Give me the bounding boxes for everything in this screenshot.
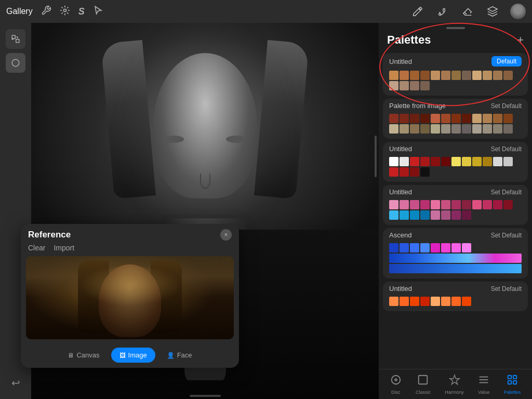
reference-close-button[interactable]: ×: [220, 229, 232, 241]
layers-tool[interactable]: [485, 4, 500, 19]
color-swatch[interactable]: [493, 124, 502, 134]
palette-set-default-3[interactable]: Set Default: [491, 189, 522, 196]
color-swatch[interactable]: [493, 157, 502, 166]
color-swatch[interactable]: [410, 297, 419, 306]
color-swatch[interactable]: [462, 243, 471, 252]
nav-disc[interactable]: Disc: [386, 372, 406, 397]
color-swatch[interactable]: [420, 124, 430, 134]
color-swatch[interactable]: [400, 157, 409, 166]
color-swatch[interactable]: [441, 200, 450, 209]
color-swatch[interactable]: [400, 200, 409, 209]
color-swatch[interactable]: [410, 167, 419, 177]
palette-set-default-4[interactable]: Set Default: [491, 285, 522, 292]
color-swatch[interactable]: [503, 200, 513, 209]
color-swatch[interactable]: [420, 167, 430, 177]
color-swatch[interactable]: [389, 243, 398, 252]
color-swatch[interactable]: [472, 124, 482, 134]
palette-set-default-from-image[interactable]: Set Default: [491, 102, 522, 110]
nav-palettes[interactable]: Palettes: [500, 372, 525, 397]
color-swatch[interactable]: [483, 124, 492, 134]
color-swatch[interactable]: [389, 167, 398, 177]
transform-button[interactable]: [6, 29, 25, 49]
color-swatch[interactable]: [503, 114, 513, 123]
color-swatch[interactable]: [503, 124, 513, 134]
color-swatch[interactable]: [420, 200, 430, 209]
color-swatch[interactable]: [410, 124, 419, 134]
color-swatch[interactable]: [389, 200, 398, 209]
color-swatch[interactable]: [462, 157, 471, 166]
color-swatch[interactable]: [462, 297, 471, 306]
color-swatch[interactable]: [431, 124, 440, 134]
tab-image[interactable]: 🖼 Image: [111, 348, 155, 363]
wrench-icon[interactable]: [41, 5, 51, 18]
color-swatch[interactable]: [483, 71, 492, 80]
color-swatch[interactable]: [441, 210, 450, 220]
color-swatch[interactable]: [420, 114, 430, 123]
color-swatch[interactable]: [462, 210, 471, 220]
drag-handle[interactable]: [379, 23, 532, 31]
color-swatch[interactable]: [503, 71, 513, 80]
color-swatch[interactable]: [400, 71, 409, 80]
adjust-icon[interactable]: [60, 5, 70, 18]
color-swatch[interactable]: [389, 71, 398, 80]
tab-canvas[interactable]: 🖥 Canvas: [59, 348, 108, 363]
color-swatch[interactable]: [420, 71, 430, 80]
palettes-add-button[interactable]: +: [517, 34, 524, 46]
undo-button[interactable]: ↩: [6, 373, 25, 393]
avatar[interactable]: [510, 4, 526, 19]
color-swatch[interactable]: [462, 124, 471, 134]
color-swatch[interactable]: [472, 71, 482, 80]
color-swatch[interactable]: [400, 243, 409, 252]
color-swatch[interactable]: [431, 157, 440, 166]
color-swatch[interactable]: [441, 157, 450, 166]
color-swatch[interactable]: [451, 297, 461, 306]
color-swatch[interactable]: [389, 81, 398, 90]
color-swatch[interactable]: [410, 81, 419, 90]
smear-tool[interactable]: [435, 4, 450, 19]
color-swatch[interactable]: [441, 243, 450, 252]
color-swatch[interactable]: [451, 200, 461, 209]
eraser-tool[interactable]: [460, 4, 475, 19]
color-swatch[interactable]: [431, 71, 440, 80]
color-swatch[interactable]: [389, 114, 398, 123]
nav-value[interactable]: Value: [474, 372, 494, 397]
color-swatch[interactable]: [400, 81, 409, 90]
color-swatch[interactable]: [400, 297, 409, 306]
color-swatch[interactable]: [472, 157, 482, 166]
reference-clear-button[interactable]: Clear: [28, 244, 45, 252]
color-swatch[interactable]: [472, 114, 482, 123]
gradient-swatch[interactable]: [389, 254, 522, 263]
color-swatch[interactable]: [462, 71, 471, 80]
vertical-scrollbar[interactable]: [375, 136, 377, 177]
color-swatch[interactable]: [431, 114, 440, 123]
color-swatch[interactable]: [400, 167, 409, 177]
color-swatch[interactable]: [493, 71, 502, 80]
gradient-swatch-2[interactable]: [389, 264, 522, 273]
color-swatch[interactable]: [451, 243, 461, 252]
color-swatch[interactable]: [451, 71, 461, 80]
color-swatch[interactable]: [431, 200, 440, 209]
color-swatch[interactable]: [472, 200, 482, 209]
color-swatch[interactable]: [451, 124, 461, 134]
color-swatch[interactable]: [420, 81, 430, 90]
color-swatch[interactable]: [503, 157, 513, 166]
brush-tool[interactable]: [410, 4, 425, 19]
color-swatch[interactable]: [441, 297, 450, 306]
color-swatch[interactable]: [431, 210, 440, 220]
color-swatch[interactable]: [400, 114, 409, 123]
color-swatch[interactable]: [451, 210, 461, 220]
color-swatch[interactable]: [462, 200, 471, 209]
nav-classic[interactable]: Classic: [411, 372, 435, 397]
color-button[interactable]: [6, 53, 25, 73]
stylize-icon[interactable]: S: [78, 6, 85, 17]
color-swatch[interactable]: [410, 71, 419, 80]
palette-set-default-ascend[interactable]: Set Default: [491, 232, 522, 239]
color-swatch[interactable]: [410, 243, 419, 252]
color-swatch[interactable]: [389, 210, 398, 220]
color-swatch[interactable]: [400, 124, 409, 134]
gallery-button[interactable]: Gallery: [6, 7, 33, 16]
color-swatch[interactable]: [410, 200, 419, 209]
tab-face[interactable]: 👤 Face: [158, 348, 201, 363]
color-swatch[interactable]: [410, 114, 419, 123]
color-swatch[interactable]: [431, 243, 440, 252]
